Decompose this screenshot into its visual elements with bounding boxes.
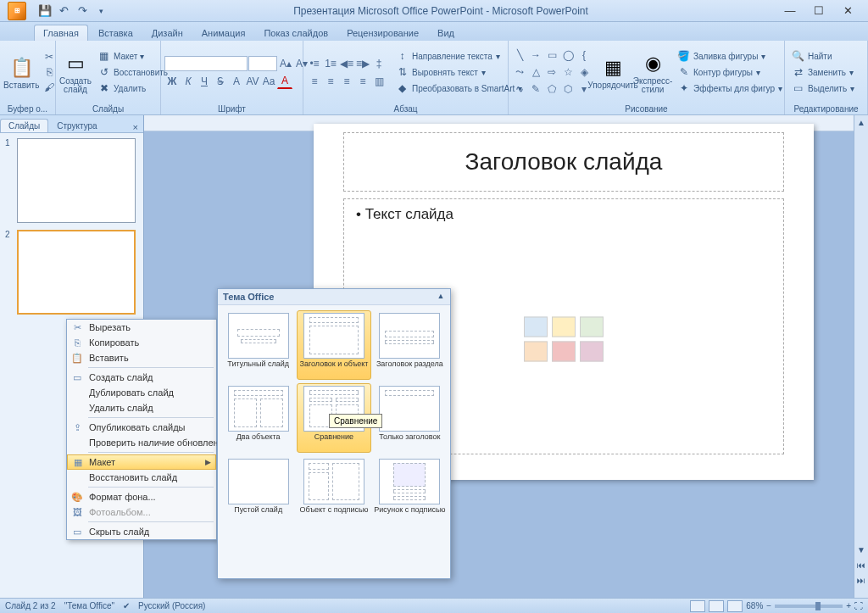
slide-thumbnail-1[interactable] <box>17 138 136 223</box>
vertical-scrollbar[interactable]: ▲ ▼ ⏮ ⏭ <box>854 115 868 598</box>
change-case-icon[interactable]: Aa <box>261 74 276 89</box>
shape-effects-button[interactable]: ✦Эффекты для фигур ▾ <box>674 81 786 97</box>
char-spacing-icon[interactable]: AV <box>245 74 260 89</box>
next-slide-icon[interactable]: ⏭ <box>854 573 868 588</box>
new-slide-button[interactable]: ▭Создать слайд <box>59 44 92 100</box>
cm-duplicate[interactable]: Дублировать слайд <box>67 385 216 400</box>
layout-title-slide[interactable]: Титульный слайд <box>221 310 295 380</box>
tab-design[interactable]: Дизайн <box>143 25 192 41</box>
cm-paste[interactable]: 📋Вставить <box>67 350 216 365</box>
cm-publish[interactable]: ⇪Опубликовать слайды <box>67 420 216 435</box>
cm-copy[interactable]: ⎘Копировать <box>67 335 216 350</box>
grow-font-icon[interactable]: A▴ <box>278 56 293 71</box>
zoom-value[interactable]: 68% <box>746 601 763 610</box>
tab-home[interactable]: Главная <box>34 25 88 41</box>
cm-layout[interactable]: ▦Макет▶ <box>67 454 216 470</box>
cut-icon[interactable]: ✂ <box>42 49 57 64</box>
tab-review[interactable]: Рецензирование <box>338 25 427 41</box>
shape-curve-icon[interactable]: ∿ <box>512 81 527 97</box>
copy-icon[interactable]: ⎘ <box>42 64 57 80</box>
align-text-button[interactable]: ⇅Выровнять текст ▾ <box>392 64 526 81</box>
cm-new-slide[interactable]: ▭Создать слайд <box>67 370 216 385</box>
fit-window-icon[interactable]: ⛶ <box>854 601 863 610</box>
italic-icon[interactable]: К <box>181 74 196 89</box>
layout-picture-caption[interactable]: Рисунок с подписью <box>373 456 447 526</box>
align-left-icon[interactable]: ≡ <box>307 74 322 89</box>
cm-check-updates[interactable]: Проверить наличие обновлений▶ <box>67 435 216 450</box>
paste-button[interactable]: 📋Вставить <box>3 44 39 100</box>
minimize-button[interactable]: — <box>778 3 802 19</box>
view-sorter-button[interactable] <box>709 600 724 612</box>
shape-free-icon[interactable]: ✎ <box>528 81 543 97</box>
tab-slideshow[interactable]: Показ слайдов <box>255 25 337 41</box>
redo-icon[interactable]: ↷ <box>75 3 90 19</box>
cm-format-bg[interactable]: 🎨Формат фона... <box>67 489 216 504</box>
layout-blank[interactable]: Пустой слайд <box>221 456 295 526</box>
line-spacing-icon[interactable]: ‡ <box>371 56 387 71</box>
layout-content-caption[interactable]: Объект с подписью <box>297 456 370 526</box>
shadow-icon[interactable]: A <box>229 74 244 89</box>
convert-smartart-button[interactable]: ◆Преобразовать в SmartArt ▾ <box>392 81 526 97</box>
font-size-combo[interactable] <box>248 56 277 71</box>
tab-insert[interactable]: Вставка <box>90 25 142 41</box>
reset-button[interactable]: ↺Восстановить <box>94 64 171 81</box>
tab-animation[interactable]: Анимация <box>193 25 254 41</box>
qat-more-icon[interactable]: ▾ <box>93 3 108 19</box>
justify-icon[interactable]: ≡ <box>355 74 370 89</box>
shape-pent-icon[interactable]: ⬠ <box>544 81 559 97</box>
select-button[interactable]: ▭Выделить ▾ <box>788 81 858 97</box>
content-placeholder-icons[interactable] <box>524 317 604 362</box>
numbering-icon[interactable]: 1≡ <box>323 56 338 71</box>
underline-icon[interactable]: Ч <box>197 74 212 89</box>
quick-styles-button[interactable]: ◉Экспресс-стили <box>634 44 671 100</box>
shape-oval-icon[interactable]: ◯ <box>560 47 576 63</box>
undo-icon[interactable]: ↶ <box>56 3 71 19</box>
layout-button[interactable]: ▦Макет ▾ <box>94 48 171 64</box>
align-right-icon[interactable]: ≡ <box>339 74 354 89</box>
shape-outline-button[interactable]: ✎Контур фигуры ▾ <box>674 64 786 81</box>
panel-close-icon[interactable]: × <box>128 122 143 132</box>
layout-two-content[interactable]: Два объекта <box>221 383 295 453</box>
office-button[interactable]: ⊞ <box>2 0 32 22</box>
replace-button[interactable]: ⇄Заменить ▾ <box>788 64 858 81</box>
bold-icon[interactable]: Ж <box>164 74 180 89</box>
shape-rect-icon[interactable]: ▭ <box>544 47 559 63</box>
layout-title-only[interactable]: Только заголовок <box>373 383 447 453</box>
prev-slide-icon[interactable]: ⏮ <box>854 558 868 572</box>
shape-tri-icon[interactable]: △ <box>528 64 543 80</box>
panel-tab-slides[interactable]: Слайды <box>0 119 48 132</box>
view-normal-button[interactable] <box>690 600 705 612</box>
status-spellcheck-icon[interactable]: ✔ <box>123 601 130 610</box>
tab-view[interactable]: Вид <box>429 25 463 41</box>
shape-arrow-icon[interactable]: → <box>528 47 543 63</box>
shape-brace-icon[interactable]: { <box>576 47 592 63</box>
delete-button[interactable]: ✖Удалить <box>94 81 171 97</box>
shape-line-icon[interactable]: ╲ <box>512 47 527 63</box>
format-painter-icon[interactable]: 🖌 <box>42 80 57 95</box>
shape-star-icon[interactable]: ☆ <box>560 64 576 80</box>
font-family-combo[interactable] <box>164 56 248 71</box>
cm-hide-slide[interactable]: ▭Скрыть слайд <box>67 524 216 539</box>
zoom-out-icon[interactable]: − <box>766 601 771 610</box>
scroll-down-icon[interactable]: ▼ <box>854 543 868 557</box>
strike-icon[interactable]: S̶ <box>213 74 228 89</box>
save-icon[interactable]: 💾 <box>37 3 53 19</box>
outdent-icon[interactable]: ◀≡ <box>339 56 354 71</box>
shape-conn-icon[interactable]: ⤳ <box>512 64 527 80</box>
shape-fill-button[interactable]: 🪣Заливка фигуры ▾ <box>674 48 786 64</box>
zoom-in-icon[interactable]: + <box>846 601 851 610</box>
shape-hex-icon[interactable]: ⬡ <box>560 81 576 97</box>
find-button[interactable]: 🔍Найти <box>788 48 858 64</box>
close-button[interactable]: ✕ <box>836 3 860 19</box>
indent-icon[interactable]: ≡▶ <box>355 56 370 71</box>
layout-section-header[interactable]: Заголовок раздела <box>373 310 447 380</box>
bullets-icon[interactable]: •≡ <box>307 56 322 71</box>
panel-tab-outline[interactable]: Структура <box>48 119 105 132</box>
columns-icon[interactable]: ▥ <box>371 74 387 89</box>
title-placeholder[interactable]: Заголовок слайда <box>343 132 784 192</box>
slide-thumbnail-2[interactable] <box>17 230 136 315</box>
cm-delete-slide[interactable]: Удалить слайд <box>67 400 216 415</box>
layout-title-content[interactable]: Заголовок и объект <box>297 310 370 380</box>
arrange-button[interactable]: ▦Упорядочить <box>594 44 632 100</box>
align-center-icon[interactable]: ≡ <box>323 74 338 89</box>
